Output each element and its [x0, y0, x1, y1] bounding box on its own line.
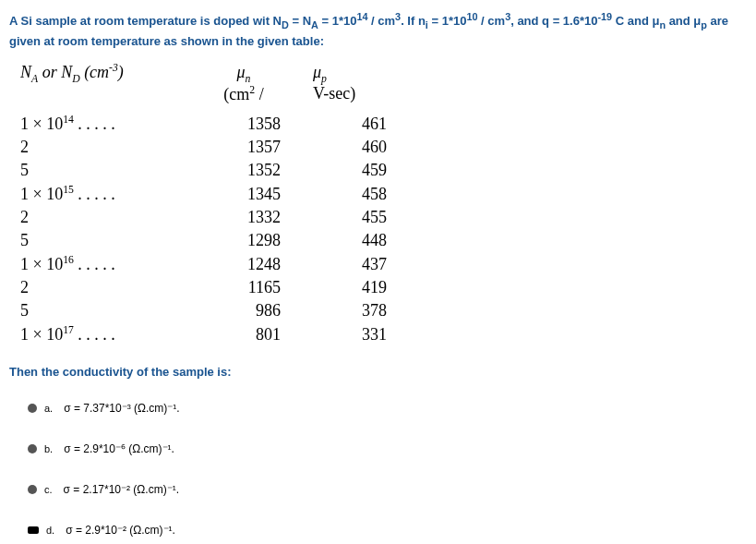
conc-cell: 5	[18, 159, 205, 182]
option-c[interactable]: c. σ = 2.17*10⁻² (Ω.cm)⁻¹.	[28, 483, 747, 496]
table-row: 1 × 1014 . . . . . 1358 461	[18, 112, 405, 136]
option-label: a.	[44, 403, 53, 414]
mun-cell: 1345	[205, 182, 299, 206]
mup-cell: 461	[299, 112, 405, 136]
conc-cell: 1 × 1014 . . . . .	[18, 112, 205, 136]
mun-cell: 1358	[205, 112, 299, 136]
answer-options: a. σ = 7.37*10⁻³ (Ω.cm)⁻¹. b. σ = 2.9*10…	[28, 402, 747, 537]
mup-cell: 458	[299, 182, 405, 206]
table-row: 2 1332 455	[18, 206, 405, 229]
mun-cell: 1357	[205, 136, 299, 159]
table-row: 1 × 1015 . . . . . 1345 458	[18, 182, 405, 206]
header-mup: μp V-sec)	[299, 60, 405, 113]
radio-icon	[28, 444, 37, 453]
mun-cell: 1248	[205, 252, 299, 276]
mup-cell: 437	[299, 252, 405, 276]
table-header: NA or ND (cm-3) μn (cm2 / μp V-sec)	[18, 60, 405, 113]
table-row: 2 1357 460	[18, 136, 405, 159]
mup-cell: 459	[299, 159, 405, 182]
option-label: c.	[44, 484, 53, 495]
conc-cell: 1 × 1017 . . . . .	[18, 322, 205, 346]
conc-cell: 2	[18, 206, 205, 229]
question-intro: A Si sample at room temperature is doped…	[9, 9, 747, 51]
table-row: 5 1298 448	[18, 229, 405, 252]
table-row: 1 × 1017 . . . . . 801 331	[18, 322, 405, 346]
mup-cell: 455	[299, 206, 405, 229]
conc-cell: 2	[18, 276, 205, 299]
conc-cell: 5	[18, 299, 205, 322]
header-concentration: NA or ND (cm-3)	[18, 60, 205, 113]
option-text: σ = 2.17*10⁻² (Ω.cm)⁻¹.	[64, 483, 179, 496]
table-row: 1 × 1016 . . . . . 1248 437	[18, 252, 405, 276]
mun-cell: 1165	[205, 276, 299, 299]
option-a[interactable]: a. σ = 7.37*10⁻³ (Ω.cm)⁻¹.	[28, 402, 747, 415]
mun-cell: 986	[205, 299, 299, 322]
option-b[interactable]: b. σ = 2.9*10⁻⁶ (Ω.cm)⁻¹.	[28, 442, 747, 455]
radio-icon	[28, 404, 37, 413]
header-mun: μn (cm2 /	[205, 60, 299, 113]
conc-cell: 5	[18, 229, 205, 252]
question-conclusion: Then the conductivity of the sample is:	[9, 365, 747, 379]
radio-icon	[28, 526, 39, 534]
option-text: σ = 7.37*10⁻³ (Ω.cm)⁻¹.	[64, 402, 179, 415]
table-row: 2 1165 419	[18, 276, 405, 299]
option-text: σ = 2.9*10⁻² (Ω.cm)⁻¹.	[66, 524, 175, 537]
mobility-table: NA or ND (cm-3) μn (cm2 / μp V-sec) 1 × …	[18, 60, 747, 347]
option-label: b.	[44, 443, 53, 454]
mun-cell: 801	[205, 322, 299, 346]
conc-cell: 1 × 1015 . . . . .	[18, 182, 205, 206]
mun-cell: 1352	[205, 159, 299, 182]
table-row: 5 1352 459	[18, 159, 405, 182]
option-label: d.	[46, 525, 54, 536]
option-text: σ = 2.9*10⁻⁶ (Ω.cm)⁻¹.	[64, 442, 174, 455]
radio-icon	[28, 485, 37, 494]
mup-cell: 448	[299, 229, 405, 252]
mup-cell: 460	[299, 136, 405, 159]
mun-cell: 1298	[205, 229, 299, 252]
conc-cell: 1 × 1016 . . . . .	[18, 252, 205, 276]
option-d[interactable]: d. σ = 2.9*10⁻² (Ω.cm)⁻¹.	[28, 524, 747, 537]
mup-cell: 419	[299, 276, 405, 299]
mup-cell: 378	[299, 299, 405, 322]
mun-cell: 1332	[205, 206, 299, 229]
mup-cell: 331	[299, 322, 405, 346]
table-row: 5 986 378	[18, 299, 405, 322]
conc-cell: 2	[18, 136, 205, 159]
